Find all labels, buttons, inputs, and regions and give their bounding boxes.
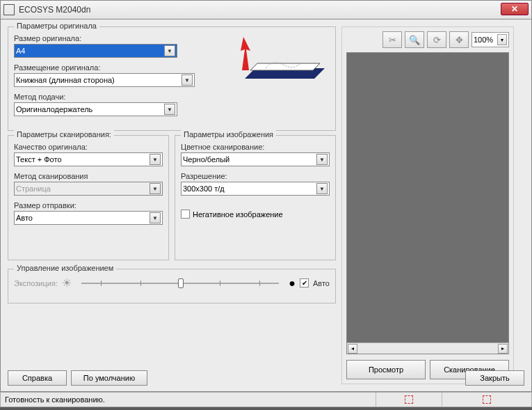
scroll-right-icon[interactable]: ▸	[498, 344, 508, 354]
close-icon: ✕	[511, 4, 518, 14]
chevron-down-icon: ▼	[150, 212, 161, 223]
status-marker-2	[483, 395, 491, 404]
checkbox-negative[interactable]	[181, 210, 190, 219]
select-quality-value: Текст + Фото	[16, 155, 62, 164]
magnifier-icon: 🔍	[409, 35, 420, 45]
group-original-legend: Параметры оригинала	[14, 22, 99, 30]
zoom-value: 100%	[474, 36, 493, 44]
label-resolution: Разрешение:	[181, 172, 330, 180]
move-icon: ✥	[456, 35, 463, 45]
select-sendsize[interactable]: Авто ▼	[14, 211, 163, 225]
group-image: Параметры изображения Цветное сканирован…	[175, 135, 336, 260]
select-original-size-value: A4	[16, 47, 25, 55]
status-marker-1	[405, 395, 413, 404]
zoom-select[interactable]: 100% ▾	[471, 32, 509, 47]
select-placement[interactable]: Книжная (длинная сторона) ▼	[14, 73, 195, 87]
scanner-illustration	[231, 30, 328, 93]
chevron-down-icon: ▼	[150, 154, 161, 165]
select-quality[interactable]: Текст + Фото ▼	[14, 152, 163, 166]
select-placement-value: Книжная (длинная сторона)	[16, 76, 115, 84]
group-scan: Параметры сканирования: Качество оригина…	[8, 135, 169, 260]
defaults-button[interactable]: По умолчанию	[71, 370, 147, 386]
chevron-down-icon: ▼	[316, 154, 328, 165]
select-color-value: Черно/белый	[183, 155, 229, 164]
exposure-slider[interactable]	[81, 283, 279, 284]
select-resolution-value: 300x300 т/д	[183, 184, 225, 193]
label-sendsize: Размер отправки:	[14, 201, 163, 210]
chevron-down-icon: ▼	[182, 74, 193, 86]
chevron-down-icon: ▼	[164, 104, 175, 115]
bottom-button-row: Справка По умолчанию Закрыть	[8, 370, 524, 386]
status-text: Готовность к сканированию.	[1, 393, 376, 407]
titlebar: ECOSYS M2040dn ✕	[0, 0, 532, 19]
select-scan-method-value: Страница	[16, 184, 51, 193]
zoom-button[interactable]: 🔍	[405, 31, 424, 48]
group-original: Параметры оригинала Размер оригинала: A4…	[8, 26, 336, 131]
chevron-down-icon: ▼	[150, 183, 161, 194]
select-resolution[interactable]: 300x300 т/д ▼	[181, 182, 330, 196]
group-adjust-legend: Управление изображением	[14, 264, 116, 272]
svg-marker-1	[250, 63, 320, 70]
app-icon	[3, 4, 15, 15]
label-feed: Метод подачи:	[14, 93, 330, 101]
label-exposure: Экспозиция:	[14, 279, 58, 287]
select-color[interactable]: Черно/белый ▼	[181, 152, 330, 166]
preview-scrollbar-h[interactable]: ◂ ▸	[347, 342, 508, 354]
help-button[interactable]: Справка	[8, 370, 67, 386]
label-quality: Качество оригинала:	[14, 143, 163, 151]
close-button[interactable]: Закрыть	[465, 370, 524, 386]
checkbox-negative-row[interactable]: Негативное изображение	[181, 210, 330, 219]
group-scan-legend: Параметры сканирования:	[14, 130, 114, 139]
chevron-down-icon: ▼	[316, 183, 328, 194]
label-scan-method: Метод сканирования	[14, 172, 163, 180]
scroll-left-icon[interactable]: ◂	[348, 344, 357, 354]
sun-outline-icon: ☀	[62, 276, 72, 290]
crop-button[interactable]: ✂	[382, 31, 402, 48]
close-window-button[interactable]: ✕	[501, 3, 529, 15]
select-feed[interactable]: Оригиналодержатель ▼	[14, 102, 177, 116]
left-pane: Параметры оригинала Размер оригинала: A4…	[8, 26, 336, 384]
chevron-down-icon: ▾	[497, 34, 507, 45]
label-color: Цветное сканирование:	[181, 143, 330, 151]
label-negative: Негативное изображение	[193, 210, 283, 219]
select-sendsize-value: Авто	[16, 214, 33, 222]
chevron-down-icon: ▼	[164, 45, 175, 56]
app-body: Параметры оригинала Размер оригинала: A4…	[0, 19, 532, 392]
right-pane: ✂ 🔍 ⟳ ✥ 100% ▾ ◂ ▸ Просмотр Сканирование	[341, 26, 514, 384]
group-image-legend: Параметры изображения	[181, 130, 276, 139]
select-feed-value: Оригиналодержатель	[16, 105, 92, 113]
rotate-button[interactable]: ⟳	[427, 31, 446, 48]
svg-marker-2	[241, 37, 250, 70]
crop-icon: ✂	[389, 35, 396, 45]
checkbox-exposure-auto[interactable]: ✔	[300, 278, 309, 287]
preview-toolbar: ✂ 🔍 ⟳ ✥ 100% ▾	[346, 31, 509, 48]
label-exposure-auto: Авто	[313, 279, 330, 287]
statusbar: Готовность к сканированию.	[0, 392, 532, 407]
window-title: ECOSYS M2040dn	[19, 5, 90, 15]
group-adjust: Управление изображением Экспозиция: ☀ ● …	[8, 269, 336, 303]
move-button[interactable]: ✥	[449, 31, 469, 48]
rotate-icon: ⟳	[433, 35, 441, 45]
sun-filled-icon: ●	[289, 277, 296, 290]
select-original-size[interactable]: A4 ▼	[14, 44, 177, 58]
select-scan-method: Страница ▼	[14, 182, 163, 196]
preview-area: ◂ ▸	[346, 52, 509, 354]
